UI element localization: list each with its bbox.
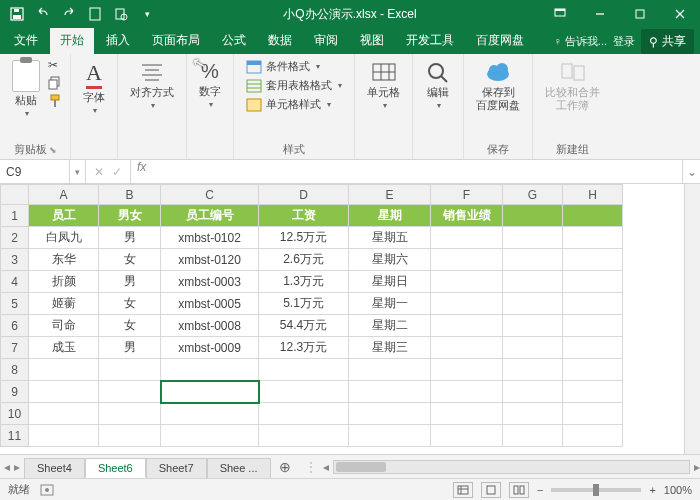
cell[interactable]: [503, 227, 563, 249]
cell[interactable]: [563, 293, 623, 315]
column-header[interactable]: D: [259, 185, 349, 205]
cell[interactable]: [431, 403, 503, 425]
hscroll-right[interactable]: ▸: [694, 460, 700, 474]
tell-me[interactable]: ♀ 告诉我...: [554, 34, 607, 49]
cell[interactable]: [503, 337, 563, 359]
cell[interactable]: [349, 425, 431, 447]
cell[interactable]: 女: [99, 293, 161, 315]
cell[interactable]: [99, 359, 161, 381]
cell[interactable]: [431, 337, 503, 359]
new-file-button[interactable]: [84, 3, 106, 25]
name-box-dropdown[interactable]: ▾: [70, 160, 86, 183]
cell[interactable]: 工资: [259, 205, 349, 227]
sheet-tab[interactable]: Sheet4: [24, 458, 85, 478]
cell[interactable]: [503, 249, 563, 271]
row-header[interactable]: 3: [1, 249, 29, 271]
cell[interactable]: [349, 403, 431, 425]
save-qat-button[interactable]: [6, 3, 28, 25]
cell[interactable]: [161, 425, 259, 447]
cell[interactable]: [563, 227, 623, 249]
cell[interactable]: 男女: [99, 205, 161, 227]
page-break-view-button[interactable]: [509, 482, 529, 498]
cell[interactable]: [503, 359, 563, 381]
cell[interactable]: [563, 249, 623, 271]
cell[interactable]: 12.5万元: [259, 227, 349, 249]
cell[interactable]: [29, 359, 99, 381]
row-header[interactable]: 9: [1, 381, 29, 403]
cell[interactable]: [503, 315, 563, 337]
minimize-button[interactable]: [580, 0, 620, 28]
cell[interactable]: xmbst-0009: [161, 337, 259, 359]
cell[interactable]: 星期五: [349, 227, 431, 249]
cell[interactable]: 女: [99, 249, 161, 271]
cell[interactable]: 12.3万元: [259, 337, 349, 359]
cell[interactable]: 东华: [29, 249, 99, 271]
tab-home[interactable]: 开始: [50, 27, 94, 54]
row-header[interactable]: 4: [1, 271, 29, 293]
cell[interactable]: 司命: [29, 315, 99, 337]
maximize-button[interactable]: [620, 0, 660, 28]
conditional-formatting-button[interactable]: 条件格式▾: [242, 58, 346, 75]
cell[interactable]: [431, 227, 503, 249]
tab-data[interactable]: 数据: [258, 27, 302, 54]
horizontal-scrollbar[interactable]: [333, 460, 690, 474]
cell[interactable]: 男: [99, 271, 161, 293]
hscroll-left[interactable]: ◂: [323, 460, 329, 474]
zoom-out-button[interactable]: −: [537, 484, 543, 496]
vertical-scrollbar[interactable]: [684, 184, 700, 454]
formula-bar[interactable]: [152, 160, 682, 183]
cell[interactable]: 星期: [349, 205, 431, 227]
tab-view[interactable]: 视图: [350, 27, 394, 54]
tab-insert[interactable]: 插入: [96, 27, 140, 54]
cell[interactable]: 白凤九: [29, 227, 99, 249]
zoom-in-button[interactable]: +: [649, 484, 655, 496]
clipboard-dialog-launcher[interactable]: ⬊: [49, 145, 57, 155]
cell[interactable]: 5.1万元: [259, 293, 349, 315]
editing-button[interactable]: 编辑▾: [421, 58, 455, 112]
share-button[interactable]: ⚲共享: [641, 29, 694, 54]
cell[interactable]: [99, 425, 161, 447]
column-header[interactable]: H: [563, 185, 623, 205]
select-all-corner[interactable]: [1, 185, 29, 205]
cancel-formula-button[interactable]: ✕: [94, 165, 104, 179]
cell[interactable]: xmbst-0005: [161, 293, 259, 315]
cell[interactable]: [431, 381, 503, 403]
cell[interactable]: 成玉: [29, 337, 99, 359]
cell[interactable]: [259, 425, 349, 447]
column-header[interactable]: B: [99, 185, 161, 205]
print-preview-button[interactable]: [110, 3, 132, 25]
cell[interactable]: [563, 425, 623, 447]
cell[interactable]: [563, 381, 623, 403]
cell[interactable]: [431, 359, 503, 381]
cell[interactable]: 男: [99, 337, 161, 359]
cell[interactable]: [503, 271, 563, 293]
sheet-nav-prev[interactable]: ◂: [4, 460, 10, 474]
cell[interactable]: [563, 359, 623, 381]
cell[interactable]: 女: [99, 315, 161, 337]
number-format-button[interactable]: % 数字▾: [195, 58, 225, 111]
cell[interactable]: 员工编号: [161, 205, 259, 227]
cell[interactable]: [29, 381, 99, 403]
undo-button[interactable]: [32, 3, 54, 25]
copy-button[interactable]: [48, 76, 62, 90]
row-header[interactable]: 6: [1, 315, 29, 337]
cell[interactable]: 星期一: [349, 293, 431, 315]
login-link[interactable]: 登录: [613, 34, 635, 49]
cell[interactable]: 男: [99, 227, 161, 249]
zoom-slider[interactable]: [551, 488, 641, 492]
row-header[interactable]: 2: [1, 227, 29, 249]
cell[interactable]: [563, 337, 623, 359]
cell[interactable]: 员工: [29, 205, 99, 227]
cell[interactable]: 星期日: [349, 271, 431, 293]
cell[interactable]: [563, 315, 623, 337]
ribbon-options-button[interactable]: [540, 0, 580, 28]
column-header[interactable]: E: [349, 185, 431, 205]
compare-merge-button[interactable]: 比较和合并 工作簿: [541, 58, 604, 114]
tab-formula[interactable]: 公式: [212, 27, 256, 54]
cell[interactable]: [503, 293, 563, 315]
tab-review[interactable]: 审阅: [304, 27, 348, 54]
cell[interactable]: 折颜: [29, 271, 99, 293]
sheet-tab[interactable]: Shee ...: [207, 458, 271, 478]
cell[interactable]: 姬蘅: [29, 293, 99, 315]
cell[interactable]: [29, 425, 99, 447]
